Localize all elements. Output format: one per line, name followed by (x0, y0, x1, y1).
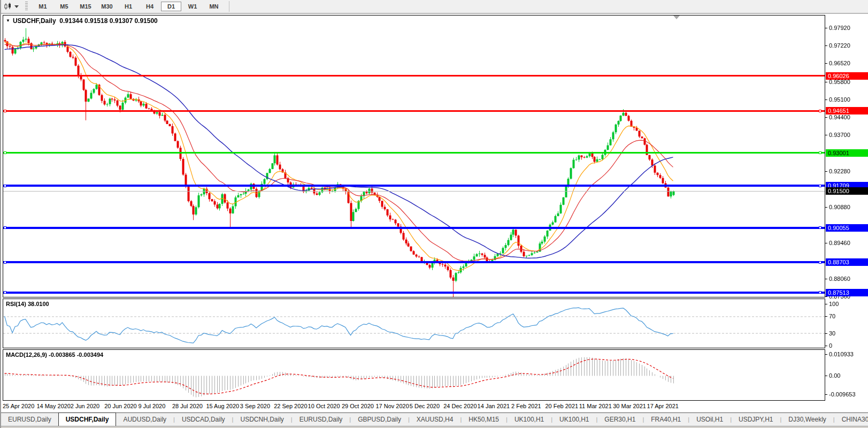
chart-tab-bar: EURUSD,DailyUSDCHF,DailyAUDUSD,Daily|USD… (1, 412, 868, 426)
date-label: 5 Dec 2020 (410, 403, 440, 409)
horizontal-level-line-0.90055[interactable] (3, 227, 825, 229)
price-tick-0.97220: 0.97220 (829, 42, 850, 49)
horizontal-level-line-0.87513[interactable] (3, 292, 825, 294)
chart-tab-usdjpy-h1[interactable]: USDJPY,H1 (732, 413, 780, 426)
date-label: 22 Sep 2020 (274, 403, 307, 409)
chart-tab-gbpusd-daily[interactable]: GBPUSD,Daily (351, 413, 408, 426)
price-badge-0.87513: 0.87513 (826, 289, 868, 296)
axis-tickmark (825, 394, 827, 395)
price-tick-0.97920: 0.97920 (829, 25, 850, 31)
chart-title-symbol: USDCHF,Daily (13, 17, 56, 25)
axis-tickmark (825, 117, 827, 118)
horizontal-level-line-0.94651[interactable] (3, 110, 825, 112)
price-badge-0.96026: 0.96026 (826, 72, 868, 80)
chart-tab-eurusd-daily[interactable]: EURUSD,Daily (1, 413, 58, 426)
level-endpoint-marker[interactable] (4, 291, 6, 294)
date-label: 17 Apr 2021 (647, 403, 679, 409)
axis-tickmark (825, 28, 827, 28)
macd-label: MACD(12,26,9) -0.003865 -0.003494 (6, 351, 103, 358)
axis-tickmark (825, 243, 827, 243)
chart-tab-china300-h1[interactable]: CHINA300,H1 (835, 413, 868, 426)
current-price-line (3, 191, 825, 192)
rsi-label: RSI(14) 38.0100 (6, 301, 49, 307)
date-label: 25 Apr 2020 (3, 403, 34, 409)
date-label: 3 Sep 2020 (240, 403, 270, 409)
rsi-tick-0: 0 (829, 342, 832, 349)
price-badge-0.88703: 0.88703 (826, 258, 868, 266)
price-tick-0.93700: 0.93700 (829, 132, 850, 138)
level-endpoint-marker[interactable] (819, 291, 821, 294)
level-endpoint-marker[interactable] (819, 110, 821, 112)
axis-tickmark (825, 171, 827, 172)
date-label: 29 Oct 2020 (342, 403, 374, 409)
chart-canvas[interactable] (1, 0, 868, 428)
level-endpoint-marker[interactable] (819, 261, 821, 264)
date-label: 14 Jan 2021 (478, 403, 510, 409)
rsi-tick-30: 30 (829, 330, 835, 337)
chart-tab-fra40-h1[interactable]: FRA40,H1 (644, 413, 688, 426)
axis-tickmark (825, 279, 827, 279)
date-label: 17 Nov 2020 (375, 403, 409, 409)
date-label: 30 Mar 2021 (613, 403, 646, 409)
date-label: 2 Feb 2021 (511, 403, 541, 409)
chart-tab-usdcad-daily[interactable]: USDCAD,Daily (175, 413, 232, 426)
date-axis[interactable]: 25 Apr 202014 May 20202 Jun 202020 Jun 2… (1, 401, 868, 412)
current-price-badge: 0.91500 (826, 187, 868, 195)
price-tick-0.88060: 0.88060 (829, 276, 850, 282)
level-endpoint-marker[interactable] (819, 185, 821, 187)
chart-tab-usdchf-daily[interactable]: USDCHF,Daily (58, 412, 117, 426)
axis-tickmark (825, 316, 827, 317)
horizontal-level-line-0.91709[interactable] (3, 185, 825, 187)
price-badge-0.94651: 0.94651 (826, 107, 868, 114)
chart-shift-marker[interactable] (673, 16, 680, 19)
price-badge-0.90055: 0.90055 (826, 224, 868, 232)
date-label: 20 Feb 2021 (545, 403, 578, 409)
price-tick-0.92280: 0.92280 (829, 168, 850, 174)
date-label: 11 Mar 2021 (579, 403, 612, 409)
chart-tab-uk100-h1[interactable]: UK100,H1 (508, 413, 551, 426)
axis-tickmark (825, 354, 827, 355)
chart-tab-audusd-daily[interactable]: AUDUSD,Daily (116, 413, 173, 426)
price-tick-0.95100: 0.95100 (829, 96, 850, 103)
price-tick-0.89460: 0.89460 (829, 240, 850, 246)
chart-tab-ger30-h1[interactable]: GER30,H1 (597, 413, 642, 426)
level-endpoint-marker[interactable] (4, 261, 6, 264)
chart-tab-dj30-weekly[interactable]: DJ30,Weekly (781, 413, 833, 426)
axis-tickmark (825, 376, 827, 376)
horizontal-level-line-0.88703[interactable] (3, 261, 825, 263)
chart-title-ohlc: 0.91344 0.91518 0.91307 0.91500 (59, 17, 158, 25)
rsi-tick-100: 100 (829, 301, 839, 307)
chart-tab-usdcnh-daily[interactable]: USDCNH,Daily (233, 413, 290, 426)
axis-tickmark (825, 100, 827, 100)
macd-tick-0.00: 0.00 (829, 372, 840, 379)
chart-tab-usoil-h1[interactable]: USOil,H1 (689, 413, 730, 426)
macd-tick--0.009653: -0.009653 (829, 391, 856, 398)
axis-tickmark (825, 304, 827, 304)
chart-tab-hk50-m15[interactable]: HK50,M15 (462, 413, 506, 426)
chart-tab-xauusd-h4[interactable]: XAUUSD,H4 (410, 413, 460, 426)
horizontal-level-line-0.93001[interactable] (3, 152, 825, 154)
date-label: 9 Jul 2020 (139, 403, 166, 409)
level-endpoint-marker[interactable] (4, 185, 6, 187)
axis-tickmark (825, 296, 827, 297)
level-endpoint-marker[interactable] (819, 226, 821, 229)
price-badge-0.93001: 0.93001 (826, 149, 868, 157)
horizontal-level-line-0.96026[interactable] (3, 75, 825, 77)
date-label: 24 Dec 2020 (443, 403, 477, 409)
axis-tickmark (825, 346, 827, 346)
price-tick-0.94400: 0.94400 (829, 114, 850, 120)
level-endpoint-marker[interactable] (819, 151, 821, 154)
axis-tickmark (825, 135, 827, 135)
date-label: 28 Jul 2020 (172, 403, 203, 409)
level-endpoint-marker[interactable] (4, 226, 6, 229)
chart-tab-uk100-h1[interactable]: UK100,H1 (552, 413, 596, 426)
level-endpoint-marker[interactable] (4, 110, 6, 112)
chart-tab-eurusd-daily[interactable]: EURUSD,Daily (293, 413, 350, 426)
price-tick-0.90880: 0.90880 (829, 204, 850, 210)
collapse-triangle-icon[interactable]: ▼ (6, 18, 10, 23)
level-endpoint-marker[interactable] (4, 151, 6, 154)
date-label: 2 Jun 2020 (71, 403, 99, 409)
axis-tickmark (825, 333, 827, 334)
date-label: 10 Oct 2020 (308, 403, 340, 409)
axis-tickmark (825, 45, 827, 46)
